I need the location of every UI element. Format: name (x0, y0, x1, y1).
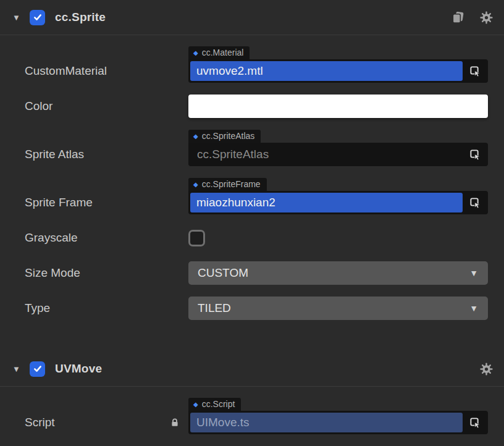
grayscale-label: Grayscale (0, 226, 188, 250)
property-row-color: Color (0, 95, 504, 118)
component-title: cc.Sprite (55, 11, 106, 24)
custom-material-value: uvmove2.mtl (190, 61, 463, 81)
sprite-properties: CustomMaterial ◆ cc.Material uvmove2.mtl (0, 35, 504, 335)
asset-type-tag: ◆ cc.SpriteAtlas (188, 130, 261, 143)
asset-diamond-icon: ◆ (193, 133, 198, 140)
property-row-script: Script ◆ cc.Script UIMove.ts (0, 398, 504, 434)
asset-picker-icon[interactable] (463, 59, 488, 83)
grayscale-control (188, 226, 488, 250)
uvmove-section: ▼ UVMove (0, 351, 504, 446)
checkmark-icon (33, 364, 43, 374)
collapse-triangle-icon[interactable]: ▼ (12, 364, 25, 374)
component-header-sprite: ▼ cc.Sprite (0, 0, 504, 35)
script-control: ◆ cc.Script UIMove.ts (188, 398, 488, 434)
asset-type-label: cc.Script (202, 399, 235, 410)
sprite-atlas-field[interactable]: cc.SpriteAtlas (188, 143, 488, 166)
script-value: UIMove.ts (190, 413, 463, 432)
color-label: Color (0, 95, 188, 118)
sprite-frame-value: miaozhunxian2 (190, 193, 463, 212)
size-mode-control: CUSTOM ▼ (188, 261, 488, 285)
grayscale-checkbox[interactable] (188, 230, 205, 246)
asset-type-tag: ◆ cc.Script (188, 398, 241, 411)
component-title: UVMove (55, 362, 102, 376)
script-label-row: Script (0, 411, 188, 434)
checkmark-icon (33, 12, 43, 22)
lock-icon (170, 418, 180, 427)
asset-diamond-icon: ◆ (193, 402, 198, 408)
asset-type-label: cc.SpriteAtlas (202, 131, 255, 141)
header-icons (451, 11, 493, 25)
dropdown-arrow-icon: ▼ (469, 268, 478, 278)
type-control: TILED ▼ (188, 297, 488, 320)
script-field: UIMove.ts (188, 411, 488, 434)
header-icons (480, 363, 493, 376)
gear-icon[interactable] (480, 363, 493, 376)
custom-material-control: ◆ cc.Material uvmove2.mtl (188, 46, 488, 83)
dropdown-arrow-icon: ▼ (469, 303, 478, 313)
type-value: TILED (198, 301, 231, 315)
asset-diamond-icon: ◆ (193, 182, 198, 188)
sprite-atlas-placeholder: cc.SpriteAtlas (197, 143, 461, 166)
property-row-type: Type TILED ▼ (0, 297, 504, 320)
sprite-atlas-control: ◆ cc.SpriteAtlas cc.SpriteAtlas (188, 130, 488, 166)
asset-picker-icon[interactable] (463, 191, 488, 214)
asset-diamond-icon: ◆ (193, 50, 198, 56)
color-swatch[interactable] (188, 95, 488, 118)
gear-icon[interactable] (480, 11, 493, 24)
size-mode-label: Size Mode (0, 261, 188, 285)
size-mode-value: CUSTOM (198, 266, 248, 280)
color-control (188, 95, 488, 118)
sprite-frame-control: ◆ cc.SpriteFrame miaozhunxian2 (188, 178, 488, 214)
asset-type-label: cc.SpriteFrame (202, 179, 261, 190)
uvmove-properties: Script ◆ cc.Script UIMove.ts (0, 387, 504, 446)
sprite-atlas-label: Sprite Atlas (0, 143, 188, 166)
type-select[interactable]: TILED ▼ (188, 297, 488, 320)
asset-type-tag: ◆ cc.SpriteFrame (188, 178, 267, 191)
script-label: Script (25, 416, 55, 429)
property-row-sprite-atlas: Sprite Atlas ◆ cc.SpriteAtlas cc.SpriteA… (0, 130, 504, 166)
property-row-grayscale: Grayscale (0, 226, 504, 250)
sprite-frame-label: Sprite Frame (0, 191, 188, 214)
inspector-panel: ▼ cc.Sprite (0, 0, 504, 446)
type-label: Type (0, 297, 188, 320)
docs-icon[interactable] (451, 11, 465, 25)
property-row-size-mode: Size Mode CUSTOM ▼ (0, 261, 504, 285)
property-row-sprite-frame: Sprite Frame ◆ cc.SpriteFrame miaozhunxi… (0, 178, 504, 214)
sprite-frame-field[interactable]: miaozhunxian2 (188, 191, 488, 214)
asset-picker-icon[interactable] (463, 143, 488, 166)
component-enabled-checkbox[interactable] (30, 10, 45, 25)
collapse-triangle-icon[interactable]: ▼ (12, 13, 25, 22)
property-row-custom-material: CustomMaterial ◆ cc.Material uvmove2.mtl (0, 46, 504, 83)
component-enabled-checkbox[interactable] (30, 361, 45, 377)
custom-material-label: CustomMaterial (0, 59, 188, 83)
asset-type-tag: ◆ cc.Material (188, 46, 250, 59)
custom-material-field[interactable]: uvmove2.mtl (188, 59, 488, 83)
asset-picker-icon[interactable] (463, 411, 488, 434)
asset-type-label: cc.Material (202, 48, 244, 58)
size-mode-select[interactable]: CUSTOM ▼ (188, 261, 488, 285)
component-header-uvmove: ▼ UVMove (0, 351, 504, 387)
